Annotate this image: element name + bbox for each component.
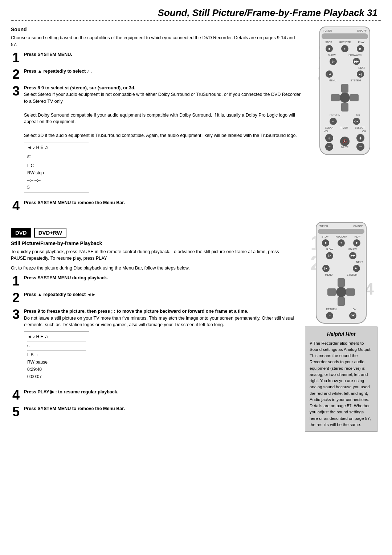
vol-up-btn[interactable]: +: [325, 134, 333, 142]
step-s5-content: Press SYSTEM MENU to remove the Menu Bar…: [24, 405, 294, 412]
sound-heading: Sound: [11, 27, 301, 32]
r2-nav-left[interactable]: [327, 288, 336, 296]
remote-1-body: TUNER ON/OFF STOP REC/OTR PLAY ■ ● ▶: [319, 27, 370, 155]
r2-next-btn[interactable]: ►|: [353, 265, 360, 272]
r2-tuner-label: TUNER: [319, 225, 328, 227]
r2-rec-btn[interactable]: ●: [338, 239, 345, 247]
step-number-4: 4: [11, 199, 21, 212]
r2-play-btn[interactable]: ▶: [353, 239, 360, 247]
srp-labels: STOP REC/OTR PLAY: [322, 41, 368, 44]
clear-label: CLEAR: [325, 126, 333, 129]
play-label: PLAY: [358, 41, 364, 44]
rec-label: REC/OTR: [339, 41, 351, 44]
r2-next-label: NEXT: [318, 261, 364, 263]
r2-on-off-label: ON/OFF: [354, 225, 363, 227]
vol-ch-row: + − 🔇 MUTE + −: [322, 134, 368, 151]
return-ok-row: ← OK: [322, 118, 368, 125]
remote-1: 1,4 2,3 TUNER ON/OFF STOP REC/OTR PLAY ■: [309, 27, 381, 216]
tuner-bar: [322, 33, 368, 39]
step-1-still: 1 Press SYSTEM MENU during playback.: [11, 275, 294, 288]
rcts-labels: RETURN OK: [322, 114, 368, 116]
nav-cross-2: [327, 278, 356, 307]
display-row-1: ◄ ♪ H E ♫: [27, 144, 86, 151]
sfn-labels: SLOW FORWARD: [322, 54, 368, 56]
ch-up-btn[interactable]: +: [356, 134, 364, 142]
step-1-text: Press SYSTEM MENU.: [24, 52, 72, 57]
r2-slow-fwd-labels: SLOW FD.RW: [318, 248, 364, 251]
step-2-content: Press ▲ repeatedly to select ♪ .: [24, 68, 301, 75]
step-number-2: 2: [11, 68, 21, 81]
slow-btn[interactable]: ▷: [330, 58, 337, 65]
d2-row6: 0:00:07: [27, 373, 86, 380]
nav-right[interactable]: [350, 94, 359, 101]
nav-down[interactable]: [341, 103, 348, 112]
r2-system-label: SYSTEM: [347, 274, 358, 276]
fwd-btn[interactable]: ▶▶: [353, 58, 360, 65]
d2-row5: 0:29:40: [27, 366, 86, 373]
step-3-content: Press 8 9 to select st (stereo), sur (su…: [24, 85, 301, 196]
r2-prev-btn[interactable]: |◄: [322, 265, 330, 272]
ok-btn[interactable]: OK: [353, 118, 360, 125]
d2-row3: L B □: [27, 351, 86, 358]
spacer1: [341, 70, 348, 78]
return-btn[interactable]: ←: [330, 118, 337, 125]
ms-labels: MENU SYSTEM: [322, 79, 368, 82]
display-screen-1: ◄ ♪ H E ♫ st L C RW stop –:– –:– 5: [24, 142, 89, 193]
step-s1-text: Press SYSTEM MENU during playback.: [24, 275, 108, 280]
select-label: SELECT: [355, 126, 364, 129]
nav-up[interactable]: [341, 84, 348, 93]
vol-group: + −: [325, 134, 333, 151]
timer-label: TIMER: [340, 126, 348, 129]
system-label: SYSTEM: [351, 79, 361, 82]
stop-label: STOP: [325, 41, 332, 44]
r2-stop-btn[interactable]: ■: [322, 239, 329, 247]
step-s2-number: 2: [11, 291, 21, 304]
display-row-2: st: [27, 153, 86, 160]
step-number-1: 1: [11, 51, 21, 64]
dvd-badge: DVD: [11, 228, 31, 238]
r2-menu-label: MENU: [325, 274, 333, 276]
ch-down-btn[interactable]: −: [356, 143, 364, 151]
step-s3-main: Press 9 to freeze the picture, then pres…: [24, 309, 248, 314]
ok-label: OK: [356, 114, 360, 116]
rec-btn[interactable]: ●: [341, 45, 348, 52]
step-s2-text: Press ▲ repeatedly to select ◄►: [24, 292, 96, 297]
prev-btn[interactable]: |◄: [326, 70, 333, 78]
r2-ret-ok-labels: RETURN OK: [318, 308, 364, 311]
r2-fwd-label: FD.RW: [348, 248, 357, 251]
top-section: Sound Choose a sound setting based on th…: [11, 27, 381, 216]
menu-label: MENU: [329, 79, 336, 82]
nav-cross-1: [330, 83, 359, 112]
r2-nav-down[interactable]: [338, 297, 345, 306]
dvdrw-badge: DVD+RW: [34, 228, 66, 238]
r2-slow-btn[interactable]: ▷: [326, 252, 333, 259]
next-btn[interactable]: ►|: [357, 70, 364, 78]
r2-nav-right[interactable]: [346, 288, 355, 296]
step-s3-detail: Do not leave a still picture on your TV …: [24, 316, 294, 328]
step-1-content: Press SYSTEM MENU.: [24, 51, 301, 58]
display-row-6: 5: [27, 184, 86, 191]
mute-btn[interactable]: 🔇: [340, 137, 350, 146]
step-s2-content: Press ▲ repeatedly to select ◄►: [24, 291, 294, 298]
r2-top-labels: TUNER ON/OFF: [318, 225, 364, 227]
r2-slow-label: SLOW: [326, 248, 333, 251]
vol-ch-labels: VOL CH: [322, 130, 368, 133]
r2-fwd-btn[interactable]: ▶▶: [349, 252, 356, 259]
r2-nav-ok[interactable]: [336, 287, 346, 297]
r2-nav-up[interactable]: [338, 278, 345, 287]
fwd-label: FORWARD: [348, 54, 362, 56]
play-btn[interactable]: ▶: [357, 45, 364, 52]
step-s4-text: Press PLAY ▶ : to resume regular playbac…: [24, 389, 118, 394]
stillpicture-heading: Still Picture/Frame-by-frame Playback: [11, 240, 294, 246]
vol-down-btn[interactable]: −: [325, 143, 333, 151]
helpful-hint-title: Helpful Hint: [310, 331, 373, 338]
bottom-left-content: DVD DVD+RW Still Picture/Frame-by-frame …: [11, 222, 294, 432]
step-s3-number: 3: [11, 308, 21, 321]
r2-return-btn[interactable]: ←: [326, 312, 333, 319]
nav-ok[interactable]: [340, 93, 350, 103]
remote-1-container: 1,4 2,3 TUNER ON/OFF STOP REC/OTR PLAY ■: [314, 27, 376, 155]
remote-2-body: TUNER ON/OFF STOP REC/OTR PLAY ■ ● ▶ SLO…: [316, 222, 367, 324]
stop-btn[interactable]: ■: [326, 45, 333, 52]
nav-left[interactable]: [331, 94, 340, 101]
r2-ok-btn[interactable]: OK: [349, 312, 356, 319]
